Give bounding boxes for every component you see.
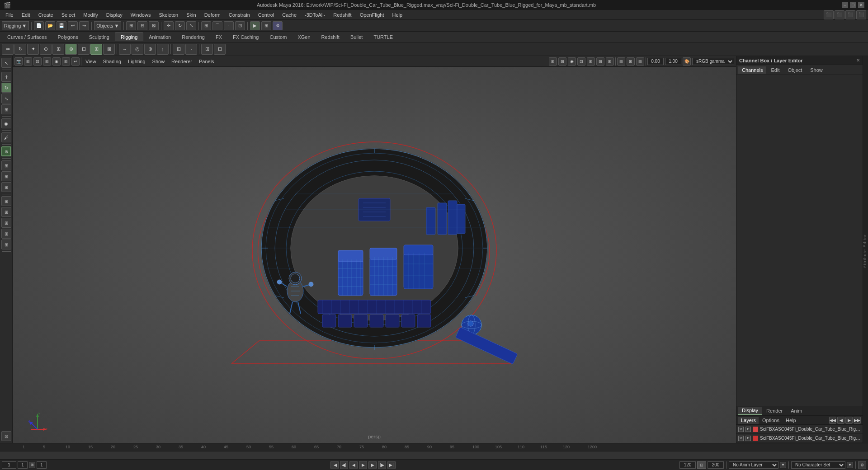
select-by-hierarchy-btn[interactable]: ⊞ — [126, 21, 136, 30]
tc-next-key-btn[interactable]: |▶ — [378, 461, 386, 469]
vp-icon-8[interactable]: ⊞ — [617, 57, 625, 66]
vp-icon-6[interactable]: ⊞ — [596, 57, 604, 66]
vp-icon-3[interactable]: ◉ — [568, 57, 576, 66]
tab-polygons[interactable]: Polygons — [52, 33, 83, 41]
shelf-ik-btn[interactable]: ✦ — [27, 44, 39, 55]
tc-max-frame[interactable] — [708, 461, 724, 469]
dr-tab-render[interactable]: Render — [763, 407, 786, 414]
shelf-extra-1[interactable]: ⊞ — [201, 44, 213, 55]
vp-menu-lighting[interactable]: Lighting — [125, 58, 148, 65]
layer-row-1[interactable]: V P SciFBXASC045Fi_Double_Car_Tube_Blue_… — [736, 425, 863, 434]
left-extra-4[interactable]: ⊞ — [1, 196, 11, 206]
layer-type-1[interactable]: P — [745, 427, 751, 432]
icon-button-4[interactable]: ⬛ — [856, 10, 866, 19]
layer-color-1[interactable] — [753, 427, 758, 432]
layer-row-2[interactable]: V P SciFBXASC045Fi_Double_Car_Tube_Blue_… — [736, 434, 863, 443]
menu-deform[interactable]: Deform — [201, 11, 224, 19]
layer-vis-2[interactable]: V — [738, 436, 744, 441]
attr-tab-label[interactable]: Attribute Editor — [862, 232, 868, 270]
shelf-extra-2[interactable]: ⊟ — [214, 44, 226, 55]
tab-custom[interactable]: Custom — [264, 33, 292, 41]
vp-zoom-btn[interactable]: ⊞ — [24, 57, 32, 66]
objects-dropdown[interactable]: Objects ▼ — [94, 21, 121, 30]
viewport[interactable]: 📷 ⊞ ⊡ ⊞ ◉ ⊞ ↩ View Shading Lighting Show… — [13, 56, 736, 443]
tab-rendering[interactable]: Rendering — [176, 33, 210, 41]
render-all-btn[interactable]: ⊞ — [261, 21, 271, 30]
shelf-joint-btn[interactable]: ⊞ — [52, 44, 64, 55]
mode-dropdown[interactable]: Rigging ▼ — [2, 21, 29, 30]
lt-end-btn[interactable]: ▶▶ — [854, 417, 861, 424]
tc-range-marker[interactable]: ⊡ — [697, 461, 706, 469]
shelf-aim-btn[interactable]: ◎ — [132, 44, 143, 55]
snap-curve-btn[interactable]: ⌒ — [212, 21, 222, 30]
left-extra-2[interactable]: ⊞ — [1, 171, 11, 181]
vp-menu-show[interactable]: Show — [150, 58, 168, 65]
vp-menu-shading[interactable]: Shading — [100, 58, 124, 65]
cb-tab-channels[interactable]: Channels — [738, 66, 766, 74]
undo-btn[interactable]: ↩ — [68, 21, 78, 30]
select-tool-btn[interactable]: ↖ — [1, 58, 11, 68]
lt-options[interactable]: Options — [760, 417, 782, 424]
menu-redshift[interactable]: Redshift — [330, 11, 355, 19]
tab-fx[interactable]: FX — [210, 33, 227, 41]
move-btn[interactable]: ✛ — [164, 21, 174, 30]
cb-tab-edit[interactable]: Edit — [767, 66, 783, 74]
tc-anim-layer-dropdown[interactable]: No Anim Layer — [729, 461, 778, 469]
left-extra-8[interactable]: ⊞ — [1, 240, 11, 249]
vp-camera-btn[interactable]: 📷 — [14, 57, 23, 66]
vp-menu-panels[interactable]: Panels — [196, 58, 217, 65]
shelf-rotate-btn[interactable]: ↻ — [14, 44, 26, 55]
menu-windows[interactable]: Windows — [127, 11, 155, 19]
soft-select-btn[interactable]: ◉ — [1, 118, 11, 128]
scale-tool-btn[interactable]: ⤡ — [1, 94, 11, 103]
menu-openflight[interactable]: OpenFlight — [356, 11, 388, 19]
left-extra-6[interactable]: ⊞ — [1, 218, 11, 228]
layer-type-2[interactable]: P — [745, 436, 751, 441]
left-bottom-btn[interactable]: ⊡ — [1, 431, 11, 441]
vp-icon-5[interactable]: ⊞ — [587, 57, 595, 66]
tc-prev-frame-btn[interactable]: ◀ — [349, 461, 358, 469]
shelf-orient-btn[interactable]: ⊕ — [144, 44, 156, 55]
minimize-button[interactable]: – — [842, 2, 848, 8]
layer-vis-1[interactable]: V — [738, 427, 744, 432]
new-scene-btn[interactable]: 📄 — [34, 21, 44, 30]
menu-select[interactable]: Select — [58, 11, 79, 19]
tab-curves-surfaces[interactable]: Curves / Surfaces — [2, 33, 52, 41]
open-scene-btn[interactable]: 📂 — [45, 21, 55, 30]
shelf-constraint-btn[interactable]: → — [119, 44, 131, 55]
rotate-tool-btn[interactable]: ↻ — [1, 83, 11, 93]
vp-icon-7[interactable]: ⊞ — [606, 57, 614, 66]
tc-next-frame-btn[interactable]: ▶ — [368, 461, 377, 469]
vp-value-input-2[interactable] — [665, 58, 681, 65]
tab-sculpting[interactable]: Sculpting — [84, 33, 115, 41]
render-current-btn[interactable]: ▶ — [250, 21, 260, 30]
snap-point-btn[interactable]: · — [224, 21, 234, 30]
menu-3dtoall[interactable]: -3DToAll- — [301, 11, 329, 19]
vp-gamma-dropdown[interactable]: sRGB gamma — [692, 58, 734, 65]
layer-color-2[interactable] — [753, 436, 758, 441]
menu-control[interactable]: Control — [255, 11, 278, 19]
tab-redshift[interactable]: Redshift — [316, 33, 345, 41]
render-settings-btn[interactable]: ⚙ — [273, 21, 283, 30]
menu-help[interactable]: Help — [388, 11, 406, 19]
shelf-set-btn[interactable]: · — [185, 44, 197, 55]
panel-close-btn[interactable]: ✕ — [856, 58, 860, 63]
snap-grid-btn[interactable]: ⊞ — [201, 21, 211, 30]
tab-animation[interactable]: Animation — [143, 33, 176, 41]
tab-bullet[interactable]: Bullet — [345, 33, 368, 41]
tc-char-set-btn[interactable]: ▼ — [847, 462, 853, 468]
move-tool-btn[interactable]: ✛ — [1, 72, 11, 82]
vp-icon-4[interactable]: ⊡ — [577, 57, 585, 66]
tab-xgen[interactable]: XGen — [292, 33, 316, 41]
dr-tab-display[interactable]: Display — [738, 407, 762, 415]
tc-anim-layer-btn[interactable]: ▼ — [780, 462, 786, 468]
rotate-btn[interactable]: ↻ — [175, 21, 185, 30]
select-by-component-btn[interactable]: ⊟ — [137, 21, 147, 30]
menu-create[interactable]: Create — [35, 11, 57, 19]
tc-end-btn[interactable]: ▶| — [387, 461, 396, 469]
shelf-parent-btn[interactable]: ↑ — [157, 44, 169, 55]
vp-menu-view[interactable]: View — [83, 58, 99, 65]
icon-button-2[interactable]: ⬛ — [835, 10, 844, 19]
tc-anim-layer-icon[interactable]: ⊞ — [29, 462, 35, 468]
vp-gamma-icon[interactable]: 🎨 — [683, 57, 691, 66]
